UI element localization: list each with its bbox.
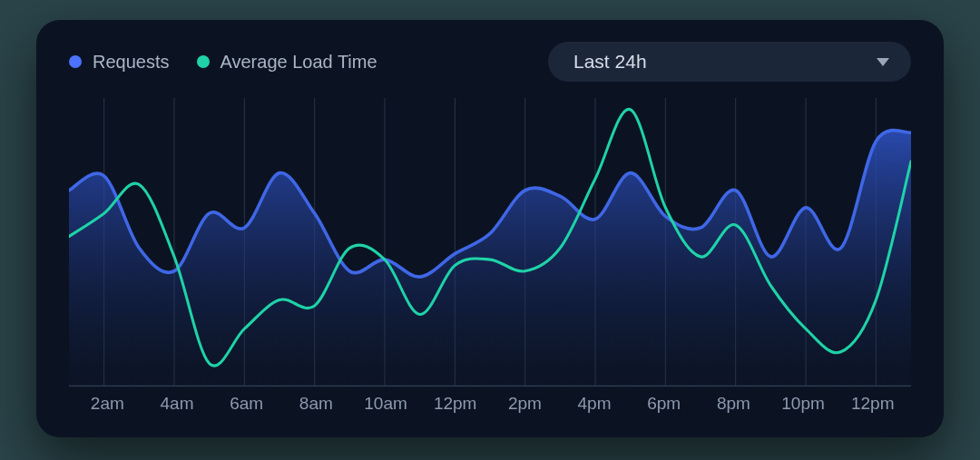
x-tick: 12pm — [420, 394, 490, 414]
x-tick: 10pm — [769, 394, 838, 414]
x-tick: 6am — [211, 394, 281, 414]
legend-dot-requests — [69, 55, 82, 68]
chart-card: Requests Average Load Time Last 24h — [36, 20, 944, 437]
x-tick: 12pm — [838, 394, 907, 414]
x-axis: 2am4am6am8am10am12pm2pm4pm6pm8pm10pm12pm — [69, 394, 911, 414]
chart-header: Requests Average Load Time Last 24h — [69, 42, 911, 82]
timerange-selected: Last 24h — [573, 51, 647, 73]
chart-lines — [69, 98, 911, 387]
chart-plot — [69, 98, 911, 387]
legend-item-requests: Requests — [69, 52, 170, 73]
legend-label-requests: Requests — [93, 52, 170, 73]
x-tick: 8am — [281, 394, 351, 414]
x-tick: 4am — [142, 394, 212, 414]
legend-item-loadtime: Average Load Time — [197, 52, 377, 73]
x-tick: 10am — [351, 394, 421, 414]
x-tick: 4pm — [560, 394, 630, 414]
legend-dot-loadtime — [197, 55, 210, 68]
x-tick: 2am — [73, 394, 142, 414]
chevron-down-icon — [877, 58, 889, 66]
x-tick: 6pm — [629, 394, 699, 414]
legend-label-loadtime: Average Load Time — [220, 52, 377, 73]
x-tick: 2pm — [490, 394, 560, 414]
x-tick: 8pm — [699, 394, 769, 414]
legend: Requests Average Load Time — [69, 52, 377, 73]
timerange-dropdown[interactable]: Last 24h — [548, 42, 911, 82]
